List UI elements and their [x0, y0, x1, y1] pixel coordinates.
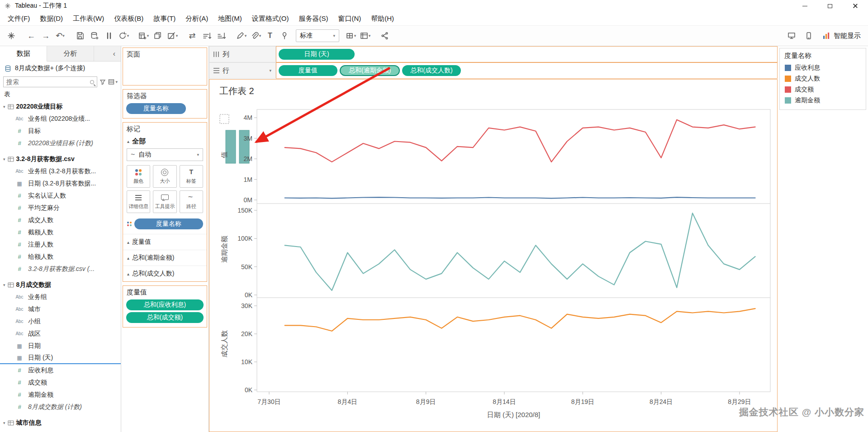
table-group-header[interactable]: ▾ 3.2-8月获客数据.csv — [0, 153, 121, 165]
marks-pane-section[interactable]: ▴ 度量值 — [123, 234, 207, 250]
datasource-row[interactable]: 8月成交数据+ (多个连接) — [0, 62, 121, 75]
chart[interactable]: 0M1M2M3M4M值0K50K100K150K逾期金额0K10K20K30K成… — [209, 80, 777, 432]
menu-item[interactable]: 故事(T) — [148, 12, 180, 25]
mark-type-dropdown[interactable]: ~ 自动 ▾ — [127, 148, 203, 161]
field-row[interactable]: # 注册人数 — [0, 238, 121, 251]
rows-shelf-area[interactable]: 度量值 总和(逾期金额) 总和(成交人数) — [276, 62, 778, 79]
field-row[interactable]: ▦ 日期 — [0, 340, 121, 352]
menu-item[interactable]: 文件(F) — [3, 12, 35, 25]
pause-updates-icon[interactable] — [102, 28, 116, 43]
field-row[interactable]: Abc 城市 — [0, 303, 121, 315]
field-row[interactable]: # 应收利息 — [0, 364, 121, 376]
marks-option-button[interactable]: 标签 — [180, 165, 203, 188]
marks-all-section[interactable]: ▴ 全部 — [123, 135, 207, 147]
menu-item[interactable]: 帮助(H) — [366, 12, 399, 25]
marks-option-button[interactable]: 工具提示 — [153, 190, 176, 213]
filter-fields-icon[interactable] — [100, 79, 106, 85]
menu-item[interactable]: 分析(A) — [180, 12, 213, 25]
field-row[interactable]: # 平均芝麻分 — [0, 202, 121, 214]
legend-item[interactable]: 应收利息 — [780, 62, 866, 73]
view-options-icon[interactable]: ▾ — [108, 79, 118, 85]
close-button[interactable] — [843, 0, 868, 12]
rows-pill[interactable]: 总和(成交人数) — [402, 65, 460, 76]
field-row[interactable]: # 8月成交数据 (计数) — [0, 401, 121, 413]
rows-pill-highlighted[interactable]: 总和(逾期金额) — [340, 65, 400, 76]
field-row[interactable]: Abc 业务组 (202208业绩... — [0, 113, 121, 125]
highlight-icon[interactable]: ▾ — [234, 28, 248, 43]
menu-item[interactable]: 仪表板(B) — [109, 12, 148, 25]
new-worksheet-icon[interactable]: ▾ — [137, 28, 150, 43]
search-input[interactable] — [6, 78, 90, 85]
plot-frame — [257, 109, 770, 392]
columns-shelf-area[interactable]: 日期 (天) — [276, 46, 778, 62]
rows-pill[interactable]: 度量值 — [279, 65, 337, 76]
table-group-header[interactable]: ▾ 202208业绩目标 — [0, 100, 121, 113]
marks-option-button[interactable]: 颜色 — [127, 165, 150, 188]
add-datasource-icon[interactable] — [88, 28, 101, 43]
measure-value-pill[interactable]: 总和(应收利息) — [126, 299, 204, 310]
presentation-mode-icon[interactable] — [785, 28, 798, 43]
tab-data[interactable]: 数据 — [0, 46, 47, 62]
undo-icon[interactable]: ← — [24, 28, 38, 43]
redo-icon[interactable]: → — [39, 28, 52, 43]
columns-pill[interactable]: 日期 (天) — [279, 49, 355, 60]
legend-item[interactable]: 成交额 — [780, 84, 866, 95]
menu-item[interactable]: 工作表(W) — [68, 12, 109, 25]
legend-item[interactable]: 逾期金额 — [780, 95, 866, 106]
smart-show-button[interactable]: 智能显示 — [819, 28, 863, 43]
field-row[interactable]: # 目标 — [0, 125, 121, 137]
filter-pill[interactable]: 度量名称 — [126, 103, 186, 114]
legend-item[interactable]: 成交人数 — [780, 73, 866, 84]
show-cards-icon[interactable]: ▾ — [358, 28, 372, 43]
group-members-icon[interactable]: ▾ — [249, 28, 262, 43]
field-row[interactable]: # 实名认证人数 — [0, 190, 121, 202]
start-page-icon[interactable] — [5, 28, 18, 43]
field-row[interactable]: Abc 业务组 — [0, 291, 121, 303]
field-row[interactable]: # 成交额 — [0, 376, 121, 389]
menu-item[interactable]: 数据(D) — [35, 12, 68, 25]
field-row[interactable]: # 202208业绩目标 (计数) — [0, 137, 121, 149]
save-icon[interactable] — [73, 28, 87, 43]
field-row[interactable]: Abc 业务组 (3.2-8月获客数... — [0, 165, 121, 177]
field-row[interactable]: # 3.2-8月获客数据.csv (... — [0, 263, 121, 275]
device-designer-icon[interactable] — [802, 28, 816, 43]
swap-axes-icon[interactable]: ⇄ — [185, 28, 199, 43]
table-group-header[interactable]: ▾ 城市信息 — [0, 417, 121, 429]
field-row[interactable]: # 逾期金额 — [0, 389, 121, 401]
field-row[interactable]: ▦ 日期 (天) — [0, 352, 121, 364]
field-row[interactable]: ▦ 日期 (3.2-8月获客数据... — [0, 177, 121, 190]
refresh-icon[interactable]: ▾ — [117, 28, 130, 43]
marks-pane-section[interactable]: ▴ 总和(逾期金额) — [123, 250, 207, 266]
sort-ascending-icon[interactable] — [200, 28, 213, 43]
measure-value-pill[interactable]: 总和(成交额) — [126, 312, 204, 323]
replay-icon[interactable]: ↶▾ — [53, 28, 67, 43]
maximize-button[interactable] — [817, 0, 843, 12]
marks-option-button[interactable]: 大小 — [153, 165, 176, 188]
share-icon[interactable] — [378, 28, 392, 43]
marks-pane-section[interactable]: ▴ 总和(成交人数) — [123, 266, 207, 281]
sort-descending-icon[interactable] — [214, 28, 228, 43]
marks-option-button[interactable]: 路径 — [180, 190, 203, 213]
tab-analytics[interactable]: 分析 — [47, 46, 94, 61]
collapse-pane-icon[interactable]: ‹ — [108, 46, 121, 61]
menu-item[interactable]: 窗口(N) — [333, 12, 366, 25]
field-row[interactable]: Abc 小组 — [0, 315, 121, 328]
clear-sheet-icon[interactable]: ▾ — [166, 28, 179, 43]
marks-pill[interactable]: 度量名称 — [134, 218, 203, 229]
search-box[interactable] — [3, 76, 97, 87]
show-mark-labels-icon[interactable]: T — [263, 28, 277, 43]
field-row[interactable]: Abc 战区 — [0, 328, 121, 340]
fix-axes-icon[interactable] — [278, 28, 291, 43]
menu-item[interactable]: 地图(M) — [213, 12, 247, 25]
menu-item[interactable]: 设置格式(O) — [247, 12, 294, 25]
field-row[interactable]: # 截额人数 — [0, 226, 121, 238]
field-row[interactable]: # 给额人数 — [0, 251, 121, 263]
fit-selector[interactable]: 标准 ▾ — [296, 29, 339, 42]
cell-size-icon[interactable]: ▾ — [344, 28, 357, 43]
minimize-button[interactable] — [792, 0, 817, 12]
table-group-header[interactable]: ▾ 8月成交数据 — [0, 279, 121, 291]
field-row[interactable]: # 成交人数 — [0, 214, 121, 226]
marks-option-button[interactable]: 详细信息 — [127, 190, 150, 213]
duplicate-sheet-icon[interactable] — [151, 28, 165, 43]
menu-item[interactable]: 服务器(S) — [294, 12, 333, 25]
